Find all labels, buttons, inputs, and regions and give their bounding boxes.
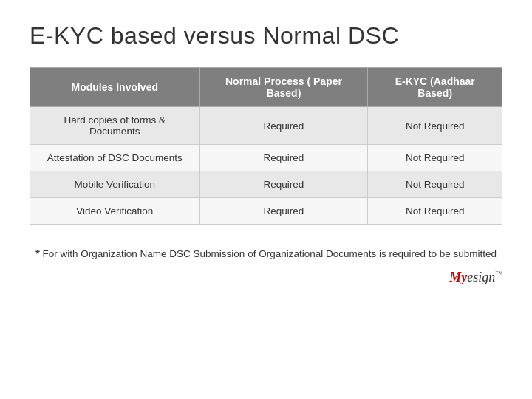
footnote-text: For with Organization Name DSC Submissio… — [40, 248, 497, 259]
comparison-table-wrapper: Modules Involved Normal Process ( Paper … — [30, 67, 502, 225]
cell-ekyc: Not Required — [368, 198, 502, 225]
logo-tm: ™ — [495, 270, 502, 278]
table-row: Attestation of DSC DocumentsRequiredNot … — [30, 145, 502, 171]
cell-ekyc: Not Required — [368, 145, 502, 171]
cell-normal: Required — [200, 107, 368, 145]
logo-esign: esign — [467, 270, 495, 284]
cell-module: Attestation of DSC Documents — [30, 145, 200, 171]
table-row: Hard copies of forms & DocumentsRequired… — [30, 107, 502, 145]
cell-ekyc: Not Required — [368, 171, 502, 198]
cell-normal: Required — [200, 171, 368, 198]
logo-area: Myesign™ — [30, 270, 502, 285]
cell-ekyc: Not Required — [368, 107, 502, 145]
footnote: * For with Organization Name DSC Submiss… — [30, 245, 502, 262]
cell-normal: Required — [200, 145, 368, 171]
cell-normal: Required — [200, 198, 368, 225]
table-row: Mobile VerificationRequiredNot Required — [30, 171, 502, 198]
col-header-normal: Normal Process ( Paper Based) — [200, 68, 368, 107]
comparison-table: Modules Involved Normal Process ( Paper … — [30, 67, 502, 225]
page-title: E-KYC based versus Normal DSC — [30, 22, 502, 50]
logo: Myesign™ — [449, 270, 502, 285]
cell-module: Hard copies of forms & Documents — [30, 107, 200, 145]
cell-module: Video Verification — [30, 198, 200, 225]
table-row: Video VerificationRequiredNot Required — [30, 198, 502, 225]
col-header-ekyc: E-KYC (Aadhaar Based) — [368, 68, 502, 107]
col-header-modules: Modules Involved — [30, 68, 200, 107]
page: E-KYC based versus Normal DSC Modules In… — [0, 0, 532, 399]
cell-module: Mobile Verification — [30, 171, 200, 198]
logo-my: My — [449, 270, 467, 284]
